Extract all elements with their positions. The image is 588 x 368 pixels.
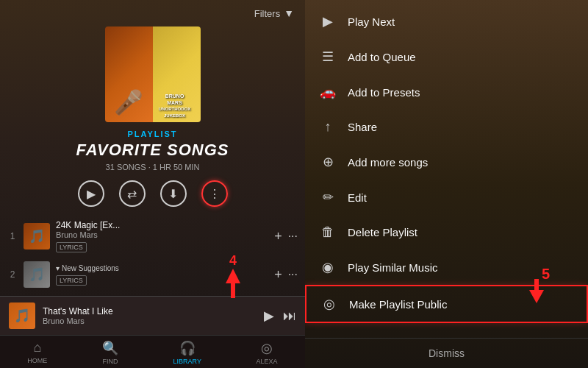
share-icon: ↑ xyxy=(320,119,336,135)
menu-item-add-to-queue[interactable]: ☰ Add to Queue xyxy=(305,39,588,74)
mini-player-title: That's What I Like xyxy=(43,306,257,316)
step5-label: 5 xyxy=(542,266,550,283)
song-thumb-2: 🎵 xyxy=(24,261,50,288)
chevron-down-icon: ▾ xyxy=(56,264,60,272)
mini-next-button[interactable]: ⏭ xyxy=(283,308,296,324)
add-presets-icon: 🚗 xyxy=(320,84,336,100)
song-item-1[interactable]: 1 🎵 24K Magic [Ex... Bruno Mars LYRICS +… xyxy=(0,216,305,257)
menu-label-add-to-queue: Add to Queue xyxy=(348,51,416,63)
mini-player: 🎵 That's What I Like Bruno Mars ▶ ⏭ xyxy=(0,296,305,335)
mini-play-button[interactable]: ▶ xyxy=(264,308,274,324)
song-thumb-1: 🎵 xyxy=(24,223,50,250)
suggestions-label: New Suggestions xyxy=(62,264,119,272)
song-number-2: 2 xyxy=(7,269,18,280)
arrow-down-head xyxy=(529,290,544,303)
song-more-2[interactable]: ··· xyxy=(288,268,298,281)
mini-player-thumb: 🎵 xyxy=(9,302,35,329)
song-actions-1: + ··· xyxy=(274,229,298,244)
add-songs-icon: ⊕ xyxy=(320,154,336,170)
arrow-down-stem xyxy=(534,279,539,290)
left-panel: Filters ▼ 🎤 BRUNOMARSUNORTHODOX JUKEBOX … xyxy=(0,0,305,368)
menu-label-edit: Edit xyxy=(348,191,367,204)
dots-icon: ⋮ xyxy=(209,187,220,201)
menu-item-play-next[interactable]: ▶ Play Next xyxy=(305,4,588,39)
menu-label-share: Share xyxy=(348,121,377,133)
menu-item-add-presets[interactable]: 🚗 Add to Presets xyxy=(305,74,588,110)
album-art-left: 🎤 xyxy=(105,26,153,122)
add-to-library-1[interactable]: + xyxy=(274,229,282,244)
nav-label-find: FIND xyxy=(102,358,118,365)
add-to-queue-icon: ☰ xyxy=(320,49,336,65)
mini-player-info: That's What I Like Bruno Mars xyxy=(43,306,257,325)
menu-label-add-presets: Add to Presets xyxy=(348,86,420,99)
album-text: BRUNOMARSUNORTHODOX JUKEBOX xyxy=(153,93,197,118)
menu-label-make-public: Make Playlist Public xyxy=(349,298,447,311)
play-similar-icon: ◉ xyxy=(320,259,336,275)
nav-label-library: LIBRARY xyxy=(173,358,201,365)
home-icon: ⌂ xyxy=(33,340,41,355)
play-icon: ▶ xyxy=(87,187,96,201)
shuffle-button[interactable]: ⇄ xyxy=(119,180,146,207)
menu-label-add-songs: Add more songs xyxy=(348,156,428,169)
mini-player-artist: Bruno Mars xyxy=(43,316,257,325)
lyrics-badge-2: LYRICS xyxy=(56,275,87,286)
nav-item-alexa[interactable]: ◎ ALEXA xyxy=(257,340,278,365)
filter-icon: ▼ xyxy=(284,7,294,19)
play-button[interactable]: ▶ xyxy=(78,180,104,207)
alexa-icon: ◎ xyxy=(261,340,273,356)
song-more-1[interactable]: ··· xyxy=(288,230,298,243)
nav-item-library[interactable]: 🎧 LIBRARY xyxy=(173,340,201,365)
delete-icon: 🗑 xyxy=(320,224,336,240)
menu-item-edit[interactable]: ✏ Edit xyxy=(305,180,588,215)
nav-item-home[interactable]: ⌂ HOME xyxy=(27,340,47,365)
song-item-2[interactable]: 2 🎵 ▾ New Suggestions LYRICS + ··· xyxy=(0,257,305,292)
nav-item-find[interactable]: 🔍 FIND xyxy=(102,340,118,365)
menu-label-delete: Delete Playlist xyxy=(348,226,417,238)
nav-label-alexa: ALEXA xyxy=(257,358,278,365)
playlist-title: FAVORITE SONGS xyxy=(0,141,305,160)
album-art: 🎤 BRUNOMARSUNORTHODOX JUKEBOX xyxy=(105,26,201,122)
mini-player-controls: ▶ ⏭ xyxy=(264,308,296,324)
context-menu-panel: ▶ Play Next ☰ Add to Queue 🚗 Add to Pres… xyxy=(305,0,588,368)
song-number-1: 1 xyxy=(7,231,18,241)
bottom-nav: ⌂ HOME 🔍 FIND 🎧 LIBRARY ◎ ALEXA xyxy=(0,335,305,368)
song-list: 1 🎵 24K Magic [Ex... Bruno Mars LYRICS +… xyxy=(0,216,305,296)
album-art-right: BRUNOMARSUNORTHODOX JUKEBOX xyxy=(153,26,201,122)
menu-item-add-songs[interactable]: ⊕ Add more songs xyxy=(305,144,588,180)
menu-label-play-next: Play Next xyxy=(348,15,395,28)
find-icon: 🔍 xyxy=(102,340,118,356)
edit-icon: ✏ xyxy=(320,189,336,205)
download-icon: ⬇ xyxy=(168,187,178,201)
menu-item-share[interactable]: ↑ Share xyxy=(305,110,588,144)
playlist-meta: 31 SONGS · 1 HR 50 MIN xyxy=(0,163,305,171)
context-menu: ▶ Play Next ☰ Add to Queue 🚗 Add to Pres… xyxy=(305,0,588,338)
nav-label-home: HOME xyxy=(27,357,47,364)
library-icon: 🎧 xyxy=(179,340,196,356)
playlist-label: PLAYLIST xyxy=(0,130,305,138)
step4-arrow: 4 xyxy=(226,253,240,298)
right-panel: ▶ Play Next ☰ Add to Queue 🚗 Add to Pres… xyxy=(305,0,588,368)
dismiss-button[interactable]: Dismiss xyxy=(305,338,588,368)
download-button[interactable]: ⬇ xyxy=(160,180,187,207)
menu-label-play-similar: Play Similar Music xyxy=(348,261,438,274)
menu-item-make-public[interactable]: 5 ◎ Make Playlist Public xyxy=(305,285,588,323)
song-info-1: 24K Magic [Ex... Bruno Mars LYRICS xyxy=(56,220,268,252)
add-to-library-2[interactable]: + xyxy=(274,267,282,283)
lyrics-badge-1: LYRICS xyxy=(56,242,87,252)
step4-label: 4 xyxy=(229,253,237,269)
more-options-button[interactable]: ⋮ xyxy=(201,180,228,207)
menu-item-delete[interactable]: 🗑 Delete Playlist xyxy=(305,215,588,250)
arrow-stem xyxy=(231,283,235,298)
album-art-container: 🎤 BRUNOMARSUNORTHODOX JUKEBOX xyxy=(0,23,305,130)
song-title-1: 24K Magic [Ex... xyxy=(56,220,268,230)
filters-button[interactable]: Filters ▼ xyxy=(254,7,294,19)
make-public-icon: ◎ xyxy=(321,296,337,312)
controls-row: ▶ ⇄ ⬇ ⋮ xyxy=(0,180,305,207)
shuffle-icon: ⇄ xyxy=(127,187,137,201)
arrow-up-icon xyxy=(226,269,240,283)
play-next-icon: ▶ xyxy=(320,13,336,29)
top-bar: Filters ▼ xyxy=(0,0,305,23)
song-artist-1: Bruno Mars xyxy=(56,230,268,239)
filters-label: Filters xyxy=(254,8,280,19)
dismiss-label: Dismiss xyxy=(429,347,465,359)
